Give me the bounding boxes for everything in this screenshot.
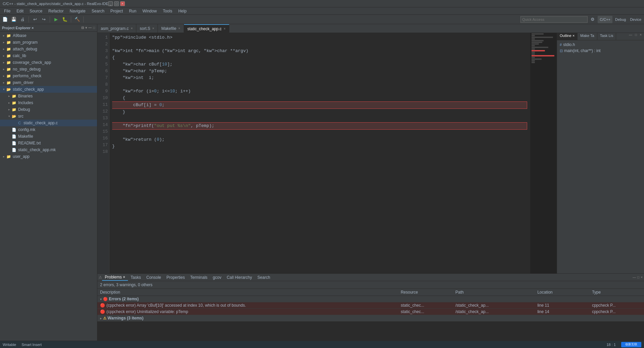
bottom-panel-close[interactable]: × [641,275,643,279]
minimap-line-14 [532,55,554,56]
perspective-cpp[interactable]: C/C++ [598,16,612,23]
tab-properties[interactable]: Properties [164,274,188,280]
sidebar-item-a9base[interactable]: ▸ 📁 A9base [0,32,97,39]
menu-help[interactable]: Help [176,8,189,14]
menu-project[interactable]: Project [108,8,126,14]
sidebar-item-pwm_driver[interactable]: ▸ 📁 pwm_driver [0,79,97,86]
line-num-13: 13 [97,115,108,122]
tab-asm_program_c[interactable]: asm_program.c × [97,24,136,33]
tab-outline[interactable]: Outline × [557,33,578,40]
sidebar-item-static_check_app_c[interactable]: C static_check_app.c [0,120,97,126]
sidebar-item-coverage_check_app[interactable]: ▸ 📁 coverage_check_app [0,59,97,66]
toolbar-debug[interactable]: 🐛 [61,16,68,23]
menu-edit[interactable]: Edit [14,8,26,14]
error-row-1[interactable]: 🔴(cppcheck error) Uninitialized variable… [97,309,644,315]
error-row-0[interactable]: 🔴(cppcheck error) Array 'cBuf[10]' acces… [97,302,644,309]
toolbar-save[interactable]: 💾 [10,16,17,23]
right-panel-max[interactable]: □ [634,33,638,40]
tree-icon-user_app: 📁 [6,154,11,159]
toolbar-redo[interactable]: ↪ [40,16,47,23]
maximize-button[interactable]: □ [114,1,119,6]
minimize-button[interactable]: _ [108,1,113,6]
tab-close-makefile[interactable]: × [178,27,180,30]
sidebar-item-readme[interactable]: 📄 README.txt [0,140,97,146]
tab-console[interactable]: Console [144,274,164,280]
right-panel-min[interactable]: — [628,33,633,40]
sidebar-item-performs_check[interactable]: ▸ 📁 performs_check [0,73,97,79]
tab-search[interactable]: Search [255,274,273,280]
code-line-2 [112,41,527,48]
menu-source[interactable]: Source [27,8,45,14]
bottom-panel-min[interactable]: — [633,275,636,279]
errors-group-row[interactable]: ▾🔴 Errors (2 items) [97,296,644,302]
code-line-10: { [112,95,527,101]
sidebar-collapse-btn[interactable]: ⊟ [81,26,84,30]
menu-window[interactable]: Window [140,8,159,14]
tab-static_check_app_c[interactable]: static_check_app.c × [184,24,229,33]
menu-navigate[interactable]: Navigate [67,8,88,14]
close-button[interactable]: ✕ [120,1,125,6]
sidebar-item-config_mk[interactable]: 📄 config.mk [0,126,97,133]
outline-main[interactable]: ⊡ main(int, char**) : int [558,48,643,54]
tab-tasks-bottom[interactable]: Tasks [128,274,144,280]
tab-makefile[interactable]: Makefile × [158,24,184,33]
tab-make[interactable]: Make Ta [578,33,597,40]
tab-terminals[interactable]: Terminals [187,274,210,280]
sidebar-item-src[interactable]: ▾ 📂 src [0,113,97,120]
tree-label-binaries: Binaries [18,94,33,98]
right-panel-close[interactable]: × [639,33,643,40]
tab-sort_s[interactable]: sort.S × [136,24,158,33]
quick-access-settings[interactable]: ⚙ [589,16,596,23]
sidebar-item-static_check_mk[interactable]: 📄 static_check_app.mk [0,146,97,153]
tab-call-hierarchy[interactable]: Call Hierarchy [224,274,255,280]
toolbar-new[interactable]: 📄 [1,16,9,23]
toolbar-print[interactable]: 🖨 [19,16,26,23]
tab-close-static_check_app_c[interactable]: × [224,27,226,31]
sidebar-item-no_step_debug[interactable]: ▸ 📁 no_step_debug [0,66,97,73]
tab-close-sort_s[interactable]: × [152,27,154,30]
sidebar-item-includes[interactable]: ▸ 📁 Includes [0,99,97,106]
minimap-line-13 [532,53,535,55]
sidebar-item-debug[interactable]: ▸ 📁 Debug [0,106,97,113]
tab-problems[interactable]: Problems × [102,274,128,281]
bottom-panel-max[interactable]: □ [637,275,639,279]
toolbar-undo[interactable]: ↩ [31,16,39,23]
tree-icon-config_mk: 📄 [11,127,17,132]
outline-main-label: main(int, char**) : int [564,48,601,53]
menu-run[interactable]: Run [126,8,139,14]
main-layout: Project Explorer × ⊟ ▾ — □ ▸ 📁 A9base ▸ … [0,24,644,341]
sidebar-max-btn[interactable]: □ [93,26,95,30]
debug-button[interactable]: Debug [614,16,627,23]
toolbar-build[interactable]: 🔨 [74,16,81,23]
menu-file[interactable]: File [1,8,13,14]
tree-arrow-a9base: ▸ [1,34,6,37]
tree-label-user_app: user_app [13,154,30,159]
tab-tasks[interactable]: Task Lis [597,33,616,40]
sidebar-item-asm_program[interactable]: ▸ 📁 asm_program [0,39,97,46]
menu-tools[interactable]: Tools [160,8,175,14]
code-editor: 123456789101112131415161718 "pp">#includ… [97,33,557,273]
code-content[interactable]: "pp">#include <stdio.h> "kw">int "fn">ma… [109,33,530,273]
menu-refactor[interactable]: Refactor [46,8,66,14]
warnings-group-row[interactable]: ▸⚠ Warnings (3 items) [97,315,644,321]
code-line-13 [112,116,527,122]
sidebar-item-static_check_app[interactable]: ▾ 📂 static_check_app [0,86,97,93]
sidebar-min-btn[interactable]: — [88,26,92,30]
tab-gcov[interactable]: gcov [210,274,224,280]
col-resource: Resource [398,289,453,296]
sidebar-item-makefile[interactable]: 📄 Makefile [0,133,97,140]
menu-search[interactable]: Search [89,8,107,14]
sidebar-item-user_app[interactable]: ▸ 📁 user_app [0,153,97,160]
quick-access-input[interactable] [520,16,588,23]
tree-arrow-calc_lib: ▸ [1,54,6,57]
code-line-11: cBuf[i] = 0; [112,101,527,109]
toolbar-run[interactable]: ▶ [52,16,60,23]
sidebar-item-calc_lib[interactable]: ▸ 📁 calc_lib [0,52,97,59]
toolbar-sep4 [83,16,84,23]
tab-close-asm_program_c[interactable]: × [131,27,133,30]
device-button[interactable]: Device [629,16,643,23]
outline-include[interactable]: # stdio.h [558,42,643,48]
sidebar-item-binaries[interactable]: ▸ 📁 Binaries [0,93,97,99]
sidebar-menu-btn[interactable]: ▾ [85,26,87,30]
sidebar-item-attach_debug[interactable]: ▸ 📁 attach_debug [0,46,97,52]
